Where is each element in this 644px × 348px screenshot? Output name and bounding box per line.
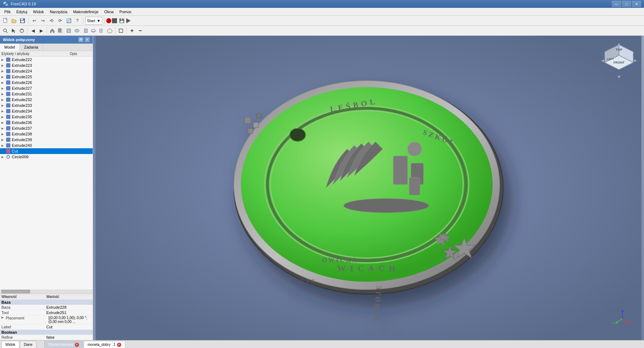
view-back-button[interactable] bbox=[98, 27, 106, 35]
bottom-tab-dane[interactable]: Dane bbox=[20, 341, 36, 348]
doc-tab-moneta[interactable]: moneta_dobry : 1 ✕ bbox=[84, 341, 125, 348]
menu-okna[interactable]: Okna bbox=[101, 9, 116, 15]
view-top-button[interactable] bbox=[73, 27, 81, 35]
expand-icon[interactable]: ▶ bbox=[1, 155, 6, 159]
tree-item-e225[interactable]: ▶ Extrude225 bbox=[0, 74, 93, 80]
expand-icon[interactable]: ▶ bbox=[1, 144, 6, 147]
tree-item-e223[interactable]: ▶ Extrude223 bbox=[0, 63, 93, 68]
prop-row-baza[interactable]: Baza Extrude228 bbox=[0, 305, 93, 310]
menu-narzedzia[interactable]: Narzędzia bbox=[47, 9, 70, 15]
undo-button[interactable]: ↩ bbox=[30, 17, 38, 25]
menu-edytuj[interactable]: Edytuj bbox=[14, 9, 30, 15]
tab-model[interactable]: Model bbox=[0, 44, 20, 51]
expand-icon[interactable]: ▶ bbox=[1, 133, 6, 136]
open-file-button[interactable] bbox=[10, 17, 18, 25]
view-bottom-button[interactable] bbox=[89, 27, 97, 35]
prop-row-tool[interactable]: Tool Extrude251 bbox=[0, 310, 93, 315]
tree-horizontal-scrollbar[interactable] bbox=[0, 289, 93, 294]
macro-stop-button[interactable] bbox=[112, 18, 117, 23]
view-home-button[interactable] bbox=[48, 27, 56, 35]
tree-item-e222[interactable]: ▶ Extrude222 bbox=[0, 57, 93, 63]
prop-row-label[interactable]: Label Cut bbox=[0, 324, 93, 330]
expand-icon[interactable]: ▶ bbox=[1, 70, 6, 73]
menu-plik[interactable]: Plik bbox=[1, 9, 14, 15]
expand-icon[interactable]: ▶ bbox=[1, 127, 6, 130]
tree-item-cut[interactable]: ▶ Cut bbox=[0, 148, 93, 154]
circle-icon bbox=[6, 154, 11, 159]
tree-item-circle009[interactable]: ▶ Circle009 bbox=[0, 154, 93, 160]
zoom-in-button[interactable]: + bbox=[128, 27, 136, 35]
tree-item-e237[interactable]: ▶ Extrude237 bbox=[0, 125, 93, 131]
view-right-button[interactable] bbox=[81, 27, 89, 35]
menu-widok[interactable]: Widok bbox=[30, 9, 47, 15]
expand-icon[interactable]: ▶ bbox=[1, 150, 6, 153]
expand-icon[interactable]: ▶ bbox=[1, 98, 6, 101]
tree-item-e226[interactable]: ▶ Extrude226 bbox=[0, 80, 93, 85]
tree-item-e227[interactable]: ▶ Extrude227 bbox=[0, 85, 93, 91]
redo2-button[interactable]: ⟳ bbox=[56, 17, 64, 25]
macro-record-button[interactable] bbox=[106, 18, 111, 23]
expand-icon[interactable]: ▶ bbox=[1, 138, 6, 141]
prop-row-refine[interactable]: Refine false bbox=[0, 335, 93, 340]
tree-item-e234[interactable]: ▶ Extrude234 bbox=[0, 108, 93, 114]
expand-icon[interactable]: ▶ bbox=[1, 81, 6, 84]
refresh-button[interactable]: 🔄 bbox=[65, 17, 73, 25]
nav-forward-button[interactable]: ▶ bbox=[37, 27, 45, 35]
viewport-3d[interactable]: LEŚBOL SZKÓŁ PUBLICZNYCH WICACH OWICKA W… bbox=[93, 36, 644, 340]
tree-item-e238[interactable]: ▶ Extrude238 bbox=[0, 131, 93, 137]
view-iso-button[interactable] bbox=[106, 27, 114, 35]
wire-button[interactable] bbox=[117, 27, 125, 35]
tree-item-e235[interactable]: ▶ Extrude235 bbox=[0, 114, 93, 120]
save-button[interactable] bbox=[19, 17, 26, 25]
expand-icon[interactable]: ▶ bbox=[1, 64, 6, 67]
tree-item-e240[interactable]: ▶ Extrude240 bbox=[0, 143, 93, 148]
view-left-button[interactable] bbox=[57, 27, 64, 35]
nav-back-button[interactable]: ◀ bbox=[29, 27, 37, 35]
menu-pomoc[interactable]: Pomoc bbox=[117, 9, 135, 15]
panel-close-button[interactable]: ✕ bbox=[85, 37, 90, 42]
tree-item-e232[interactable]: ▶ Extrude232 bbox=[0, 97, 93, 103]
undo2-button[interactable]: ⟲ bbox=[48, 17, 55, 25]
rotate-button[interactable] bbox=[18, 27, 26, 35]
expand-icon[interactable]: ▶ bbox=[1, 121, 6, 124]
h-scroll-thumb[interactable] bbox=[1, 290, 30, 293]
svg-rect-32 bbox=[244, 117, 251, 124]
doc-tab-start[interactable]: Strona startowa ✕ bbox=[44, 341, 83, 348]
expand-icon[interactable]: ▶ bbox=[1, 75, 6, 79]
maximize-button[interactable]: □ bbox=[622, 1, 631, 7]
redo-button[interactable]: ↪ bbox=[39, 17, 47, 25]
expand-icon[interactable]: ▶ bbox=[1, 87, 6, 90]
tree-item-e224[interactable]: ▶ Extrude224 bbox=[0, 68, 93, 74]
minimize-button[interactable]: — bbox=[612, 1, 621, 7]
zoom-fit-button[interactable] bbox=[1, 27, 9, 35]
expand-icon[interactable]: ▶ bbox=[1, 58, 6, 61]
prop-row-placement[interactable]: ▶ Placement [(0,00 0,00 1,00); 0,00 °; (… bbox=[0, 315, 93, 324]
panel-float-button[interactable]: 🗗 bbox=[78, 37, 83, 42]
view-front-button[interactable] bbox=[65, 27, 73, 35]
tree-item-e236[interactable]: ▶ Extrude236 bbox=[0, 120, 93, 125]
help-button[interactable]: ? bbox=[73, 17, 81, 25]
doc-tab-moneta-close[interactable]: ✕ bbox=[117, 343, 121, 347]
tree-list[interactable]: ▶ Extrude222 ▶ Extrude223 ▶ Extrude224 ▶ bbox=[0, 57, 93, 289]
macro-play-button[interactable] bbox=[126, 18, 131, 23]
expand-icon[interactable]: ▶ bbox=[1, 104, 6, 107]
tree-item-e239[interactable]: ▶ Extrude239 bbox=[0, 137, 93, 143]
menu-makrodefinicje[interactable]: Makrodefinicje bbox=[70, 9, 101, 15]
tree-item-e231[interactable]: ▶ Extrude231 bbox=[0, 91, 93, 97]
tab-zadania[interactable]: Zadania bbox=[20, 44, 43, 51]
select-button[interactable] bbox=[10, 27, 18, 35]
bottom-tab-widok[interactable]: Widok bbox=[1, 341, 19, 348]
workbench-dropdown[interactable]: Start ▼ bbox=[85, 17, 102, 25]
expand-icon[interactable]: ▶ bbox=[1, 93, 6, 96]
placement-expand-icon[interactable]: ▶ bbox=[1, 316, 6, 324]
expand-icon[interactable]: ▶ bbox=[1, 115, 6, 119]
navigation-cube[interactable]: TOP LEFT FRONT bbox=[601, 43, 637, 79]
expand-icon[interactable]: ▶ bbox=[1, 110, 6, 113]
doc-tab-start-close[interactable]: ✕ bbox=[75, 343, 79, 347]
macro-save-button[interactable]: 💾 bbox=[118, 17, 126, 25]
shape-icon bbox=[6, 109, 11, 114]
zoom-out-button[interactable]: − bbox=[136, 27, 144, 35]
tree-item-e233[interactable]: ▶ Extrude233 bbox=[0, 103, 93, 108]
close-button[interactable]: ✕ bbox=[632, 1, 641, 7]
new-file-button[interactable] bbox=[1, 17, 9, 25]
